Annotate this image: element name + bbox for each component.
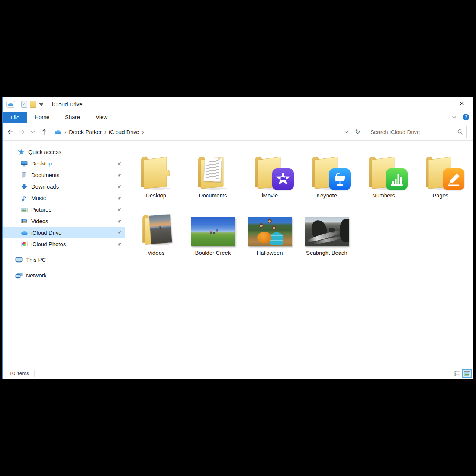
close-button[interactable]: × (451, 97, 473, 109)
file-item-imovie[interactable]: iMovie (241, 147, 298, 199)
pin-icon (117, 196, 122, 202)
chevron-right-icon[interactable]: › (104, 128, 106, 135)
file-item-label: Halloween (241, 250, 298, 256)
tab-share[interactable]: Share (57, 111, 88, 123)
sidebar-item-icloud-drive[interactable]: iCloud Drive (3, 227, 125, 238)
network-icon (15, 272, 23, 279)
file-item-label: Keynote (298, 192, 355, 199)
navigation-bar: › Derek Parker › iCloud Drive › ↻ (3, 123, 473, 141)
status-bar: 10 items (3, 368, 473, 379)
maximize-button[interactable] (428, 97, 451, 109)
address-bar[interactable]: › Derek Parker › iCloud Drive › ↻ (52, 126, 363, 138)
close-icon: × (460, 99, 464, 107)
file-item-label: Desktop (128, 192, 184, 199)
pin-icon (117, 184, 122, 190)
sidebar-item-label: Network (26, 272, 46, 279)
sidebar-item-videos[interactable]: Videos (3, 215, 125, 227)
new-folder-icon[interactable] (30, 101, 36, 108)
icloud-photos-icon (20, 241, 28, 247)
photo-thumbnail (191, 217, 235, 246)
forward-button[interactable] (16, 126, 27, 138)
help-button[interactable]: ? (463, 114, 469, 120)
sidebar-item-label: Documents (31, 172, 60, 178)
file-item-videos[interactable]: Videos (128, 215, 184, 256)
search-input[interactable] (367, 129, 457, 135)
sidebar-item-music[interactable]: Music (3, 192, 125, 204)
details-view-icon (454, 371, 460, 376)
file-item-documents[interactable]: Documents (184, 147, 241, 199)
pin-icon (117, 219, 122, 225)
customize-quick-access-icon[interactable] (39, 103, 43, 106)
properties-icon[interactable]: ✓ (21, 101, 27, 108)
pin-icon (117, 230, 122, 237)
sidebar-item-quick-access[interactable]: Quick access (3, 146, 125, 158)
file-item-label: Videos (128, 250, 184, 256)
minimize-button[interactable] (406, 97, 428, 109)
sidebar-item-pictures[interactable]: Pictures (3, 204, 125, 215)
thumbnail-view-button[interactable] (462, 369, 472, 378)
sidebar-item-label: Desktop (31, 160, 52, 167)
title-bar: ✓ iCloud Drive × (3, 97, 473, 111)
photo-thumbnail (248, 217, 292, 246)
file-item-label: Documents (184, 192, 241, 199)
details-view-button[interactable] (452, 369, 461, 378)
sidebar-item-label: Pictures (31, 206, 51, 213)
file-item-halloween[interactable]: Halloween (241, 215, 298, 256)
sidebar-item-network[interactable]: Network (3, 270, 125, 281)
file-list: Desktop Documents iMovie (125, 141, 473, 368)
file-item-seabright-beach[interactable]: Seabright Beach (298, 215, 355, 256)
sidebar-item-label: This PC (26, 257, 46, 263)
file-item-pages[interactable]: Pages (412, 147, 469, 199)
chevron-right-icon[interactable]: › (64, 128, 66, 135)
icloud-app-icon (6, 101, 15, 108)
keynote-app-icon (329, 168, 351, 190)
file-item-label: Numbers (355, 192, 412, 199)
folder-with-document-icon (195, 153, 231, 190)
refresh-icon: ↻ (355, 129, 360, 135)
file-item-label: iMovie (241, 192, 298, 199)
recent-locations-icon[interactable] (27, 126, 38, 138)
tab-home[interactable]: Home (27, 111, 57, 123)
this-pc-icon (15, 257, 23, 263)
expand-ribbon-icon[interactable] (452, 116, 457, 119)
sidebar-item-documents[interactable]: Documents (3, 169, 125, 181)
sidebar-item-label: Videos (31, 218, 48, 224)
up-button[interactable] (38, 126, 49, 138)
file-item-boulder-creek[interactable]: Boulder Creek (184, 215, 241, 256)
maximize-icon (438, 102, 441, 105)
navigation-pane: Quick access Desktop Documents (3, 141, 125, 368)
music-icon (20, 195, 28, 202)
documents-icon (20, 172, 28, 178)
search-icon[interactable] (457, 129, 466, 135)
refresh-button[interactable]: ↻ (352, 126, 363, 138)
separator (18, 101, 18, 107)
back-button[interactable] (5, 126, 16, 138)
sidebar-item-label: iCloud Drive (31, 229, 62, 236)
sidebar-item-label: iCloud Photos (31, 241, 66, 247)
chevron-right-icon[interactable]: › (142, 128, 144, 135)
sidebar-item-desktop[interactable]: Desktop (3, 158, 125, 169)
sidebar-item-downloads[interactable]: Downloads (3, 181, 125, 192)
sidebar-item-label: Music (31, 195, 46, 201)
file-item-numbers[interactable]: Numbers (355, 147, 412, 199)
tab-view[interactable]: View (88, 111, 115, 123)
file-item-keynote[interactable]: Keynote (298, 147, 355, 199)
folder-icon (138, 153, 174, 190)
sidebar-item-label: Downloads (31, 183, 59, 190)
icloud-drive-icon (20, 230, 28, 235)
folder-with-photo-icon (138, 212, 174, 246)
quick-access-toolbar: ✓ iCloud Drive (3, 101, 83, 108)
sidebar-item-icloud-photos[interactable]: iCloud Photos (3, 238, 125, 250)
breadcrumb-derek-parker[interactable]: Derek Parker (69, 129, 102, 135)
address-dropdown-button[interactable] (341, 126, 352, 138)
pin-icon (117, 207, 122, 213)
icloud-drive-icon (55, 129, 62, 134)
breadcrumb: › Derek Parker › iCloud Drive › (52, 128, 341, 135)
ribbon-tabs: File Home Share View ? (3, 111, 473, 123)
breadcrumb-icloud-drive[interactable]: iCloud Drive (109, 129, 139, 135)
separator (46, 101, 46, 107)
file-item-desktop[interactable]: Desktop (128, 147, 184, 199)
tab-file[interactable]: File (3, 112, 27, 123)
sidebar-item-this-pc[interactable]: This PC (3, 254, 125, 266)
desktop-icon (20, 160, 28, 167)
